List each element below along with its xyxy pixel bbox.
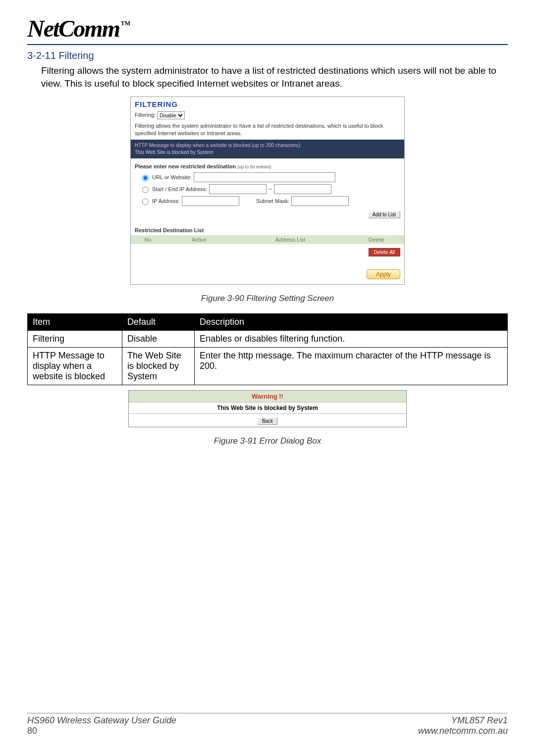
warning-message: This Web Site is blocked by System — [129, 403, 406, 414]
filtering-screenshot: FILTERING Filtering: Disable Filtering a… — [130, 97, 405, 285]
cell-item: Filtering — [28, 330, 122, 347]
cell-description: Enables or disables filtering function. — [195, 330, 508, 347]
subnet-input[interactable] — [291, 196, 349, 206]
section-number: 3-2-11 — [27, 50, 56, 61]
footer-revision: YML857 Rev1 — [451, 715, 508, 726]
end-ip-input[interactable] — [274, 184, 331, 194]
footer-divider — [27, 713, 508, 713]
intro-paragraph: Filtering allows the system administrato… — [41, 64, 508, 90]
col-address: Address List — [232, 235, 349, 244]
brand-logo: NetComm TM — [27, 15, 119, 42]
cell-default: Disable — [122, 330, 195, 347]
enter-destination-hint: (up to 50 entries) — [237, 164, 271, 169]
header-divider — [27, 44, 508, 45]
radio-ip[interactable] — [142, 199, 149, 205]
url-input[interactable] — [194, 172, 335, 182]
page-footer: HS960 Wireless Gateway User Guide YML857… — [27, 713, 508, 736]
cell-default: The Web Site is blocked by System — [122, 347, 195, 385]
subnet-label: Subnet Mask: — [256, 198, 289, 204]
panel-heading: FILTERING — [131, 97, 404, 110]
error-dialog: Warning !! This Web Site is blocked by S… — [128, 390, 407, 427]
col-active: Active — [166, 235, 232, 244]
add-to-list-button[interactable]: Add to List — [368, 211, 400, 218]
col-no: No. — [131, 235, 166, 244]
start-ip-input[interactable] — [209, 184, 267, 194]
footer-url: www.netcomm.com.au — [418, 726, 508, 736]
filtering-label: Filtering: — [135, 112, 156, 118]
table-header-row: Item Default Description — [28, 313, 508, 330]
section-heading: 3-2-11 Filtering — [27, 50, 508, 61]
cell-description: Enter the http message. The maximum char… — [195, 347, 508, 385]
th-description: Description — [195, 313, 508, 330]
table-header-row: No. Active Address List Delete — [131, 235, 404, 244]
trademark: TM — [121, 20, 130, 27]
radio-url[interactable] — [142, 175, 149, 181]
http-message-label: HTTP Message to display when a website i… — [135, 142, 400, 149]
table-row: Filtering Disable Enables or disables fi… — [28, 330, 508, 347]
delete-all-button[interactable]: Delete All — [369, 248, 400, 256]
radio-ip-range-label: Start / End IP Address: — [152, 186, 207, 192]
page-number: 80 — [27, 726, 37, 736]
http-message-value: This Web Site is blocked by System — [135, 149, 400, 156]
radio-ip-range[interactable] — [142, 187, 149, 193]
filtering-select[interactable]: Disable — [157, 111, 185, 119]
description-table: Item Default Description Filtering Disab… — [27, 313, 508, 385]
restricted-list-table: No. Active Address List Delete — [131, 235, 404, 244]
enter-destination-bold: Please enter new restricted destination — [135, 163, 236, 169]
enter-destination-label: Please enter new restricted destination … — [131, 158, 404, 171]
warning-title: Warning !! — [129, 391, 406, 403]
th-item: Item — [28, 313, 122, 330]
panel-description: Filtering allows the system administrato… — [131, 120, 404, 140]
cell-item: HTTP Message to display when a website i… — [28, 347, 122, 385]
ip-range-separator: ~ — [268, 186, 271, 192]
footer-guide-title: HS960 Wireless Gateway User Guide — [27, 715, 176, 726]
http-message-box: HTTP Message to display when a website i… — [131, 140, 404, 158]
col-delete: Delete — [349, 235, 404, 244]
th-default: Default — [122, 313, 195, 330]
figure-caption-1: Figure 3-90 Filtering Setting Screen — [27, 294, 508, 303]
section-title-text: Filtering — [58, 50, 94, 61]
brand-name: NetComm — [27, 15, 119, 42]
radio-url-label: URL or Website: — [152, 174, 192, 180]
back-button[interactable]: Back — [258, 417, 277, 425]
ip-input[interactable] — [182, 196, 239, 206]
radio-ip-label: IP Address: — [152, 198, 180, 204]
apply-button[interactable]: Apply — [367, 269, 400, 279]
restricted-list-title: Restricted Destination List — [131, 222, 404, 235]
figure-caption-2: Figure 3-91 Error Dialog Box — [27, 436, 508, 446]
table-row: HTTP Message to display when a website i… — [28, 347, 508, 385]
